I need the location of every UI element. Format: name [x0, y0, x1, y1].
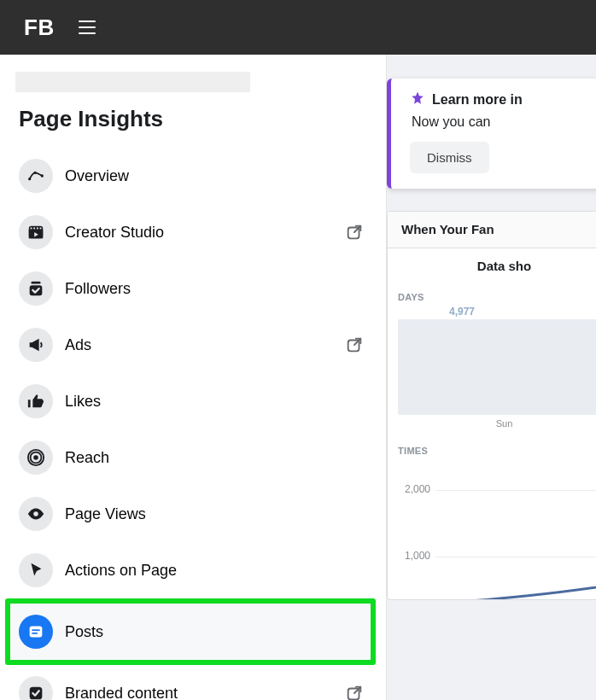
- fb-logo[interactable]: FB: [24, 15, 55, 41]
- svg-rect-8: [40, 228, 42, 230]
- line-path: [435, 471, 596, 600]
- promo-title: Learn more in: [432, 92, 523, 108]
- cursor-icon: [19, 553, 53, 587]
- svg-point-14: [33, 455, 38, 460]
- times-line-chart: 2,000 1,000: [388, 459, 596, 599]
- chart-card: When Your Fan Data sho DAYS 4,977 Sun TI…: [387, 211, 596, 600]
- sidebar-item-actions-on-page[interactable]: Actions on Page: [0, 542, 386, 598]
- nav-label: Page Views: [65, 505, 367, 523]
- sidebar-item-creator-studio[interactable]: Creator Studio: [0, 204, 386, 260]
- svg-rect-18: [30, 627, 43, 638]
- nav-label: Creator Studio: [65, 224, 345, 242]
- times-section-label: TIMES: [388, 437, 596, 459]
- svg-rect-6: [33, 228, 35, 230]
- svg-point-17: [33, 511, 38, 516]
- nav-label: Ads: [65, 336, 345, 354]
- sidebar-item-reach[interactable]: Reach: [0, 429, 386, 486]
- bar-area: [398, 319, 596, 415]
- sidebar: Page Insights Overview Creator Studio: [0, 55, 386, 700]
- svg-rect-5: [31, 228, 32, 230]
- promo-subtitle: Now you can: [410, 114, 596, 130]
- nav-label: Actions on Page: [65, 562, 367, 580]
- nav-label: Branded content: [65, 685, 345, 701]
- nav-label: Reach: [65, 449, 367, 467]
- nav-list: Overview Creator Studio Followers: [0, 148, 386, 700]
- page-title: Page Insights: [0, 106, 386, 148]
- post-icon: [19, 615, 53, 649]
- y-tick: 1,000: [388, 550, 430, 562]
- svg-rect-7: [37, 228, 38, 230]
- chart-tab[interactable]: When Your Fan: [388, 212, 596, 248]
- sidebar-item-followers[interactable]: Followers: [0, 260, 386, 317]
- thumbs-up-icon: [19, 384, 53, 418]
- chart-subtitle: Data sho: [388, 248, 596, 283]
- check-collection-icon: [19, 271, 53, 306]
- sidebar-item-page-views[interactable]: Page Views: [0, 486, 386, 542]
- top-bar: FB: [0, 0, 596, 55]
- nav-label: Likes: [65, 393, 367, 411]
- external-link-icon: [345, 684, 364, 700]
- megaphone-icon: [19, 328, 53, 362]
- sidebar-item-branded-content[interactable]: Branded content: [0, 665, 386, 700]
- days-section-label: DAYS: [388, 283, 596, 306]
- star-icon: [410, 90, 425, 109]
- nav-label: Followers: [65, 280, 367, 298]
- right-panel: Learn more in Now you can Dismiss When Y…: [386, 55, 596, 700]
- badge-check-icon: [19, 676, 53, 700]
- svg-rect-19: [32, 629, 39, 631]
- chart-line-icon: [19, 159, 53, 193]
- sidebar-item-ads[interactable]: Ads: [0, 317, 386, 373]
- sidebar-item-likes[interactable]: Likes: [0, 373, 386, 429]
- days-bar-chart: 4,977 Sun: [388, 306, 596, 437]
- page-name-placeholder: [15, 72, 250, 92]
- dismiss-button[interactable]: Dismiss: [410, 142, 489, 173]
- nav-label: Overview: [65, 167, 367, 185]
- external-link-icon: [345, 223, 364, 242]
- broadcast-icon: [19, 440, 53, 475]
- nav-label: Posts: [65, 623, 362, 641]
- y-tick: 2,000: [388, 483, 430, 495]
- chart-tab-label: When Your Fan: [401, 222, 494, 236]
- svg-rect-20: [32, 633, 37, 634]
- sidebar-item-posts[interactable]: Posts: [5, 598, 376, 665]
- svg-rect-11: [32, 282, 41, 284]
- clapperboard-icon: [19, 215, 53, 249]
- sidebar-item-overview[interactable]: Overview: [0, 148, 386, 204]
- hamburger-icon[interactable]: [79, 20, 96, 34]
- external-link-icon: [345, 335, 364, 354]
- bar-value-label: 4,977: [398, 306, 596, 318]
- promo-card: Learn more in Now you can Dismiss: [387, 79, 596, 189]
- bar-category: Sun: [496, 418, 513, 429]
- eye-icon: [19, 497, 53, 531]
